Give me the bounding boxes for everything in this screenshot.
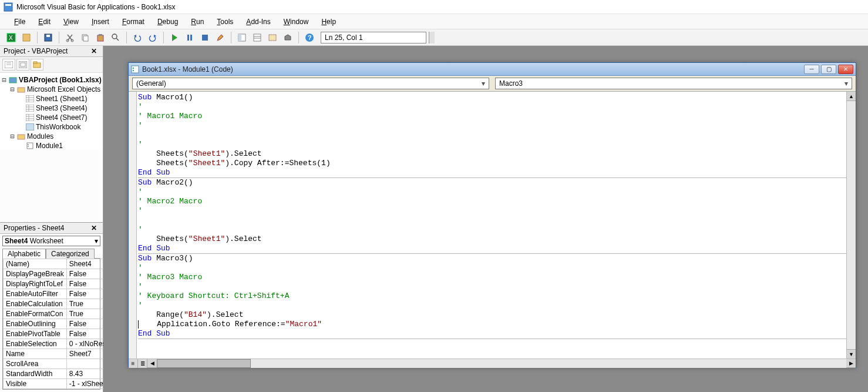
full-module-view-button[interactable]: ≣	[138, 359, 147, 368]
svg-rect-33	[9, 78, 16, 83]
menu-debug[interactable]: Debug	[152, 16, 184, 28]
position-dropdown[interactable]	[429, 32, 435, 43]
svg-rect-10	[83, 36, 88, 41]
scroll-down-icon[interactable]: ▼	[847, 349, 856, 359]
view-excel-button[interactable]: X	[5, 31, 18, 44]
svg-rect-4	[23, 34, 30, 41]
menu-run[interactable]: Run	[185, 16, 210, 28]
svg-point-13	[112, 34, 117, 39]
menu-window[interactable]: Window	[278, 16, 315, 28]
code-window-title: Book1.xlsx - Module1 (Code)	[142, 65, 233, 73]
find-button[interactable]	[109, 31, 122, 44]
menu-edit[interactable]: Edit	[32, 16, 56, 28]
horizontal-scrollbar[interactable]: ◀ ▶	[147, 359, 856, 368]
svg-rect-23	[269, 35, 276, 41]
vertical-scrollbar[interactable]: ▲ ▼	[846, 92, 856, 359]
save-button[interactable]	[42, 31, 55, 44]
svg-rect-15	[187, 35, 189, 41]
toggle-folders-button[interactable]	[31, 59, 43, 71]
menu-format[interactable]: Format	[116, 16, 150, 28]
break-button[interactable]	[183, 31, 196, 44]
project-panel-close-icon[interactable]: ✕	[89, 47, 99, 55]
toolbox-button[interactable]	[281, 31, 294, 44]
svg-rect-34	[18, 88, 25, 92]
menu-tools[interactable]: Tools	[211, 16, 239, 28]
undo-button[interactable]	[131, 31, 144, 44]
cut-button[interactable]	[63, 31, 76, 44]
procedure-view-button[interactable]: ≡	[129, 359, 138, 368]
separator	[163, 32, 164, 43]
svg-rect-43	[26, 114, 34, 121]
project-tree[interactable]: ⊟VBAProject (Book1.xlsx) ⊟Microsoft Exce…	[0, 73, 103, 150]
app-icon	[4, 2, 13, 12]
reset-button[interactable]	[199, 31, 211, 44]
run-button[interactable]	[168, 31, 181, 44]
procedure-dropdown[interactable]: Macro3▾	[495, 78, 852, 89]
properties-grid[interactable]: (Name)Sheet4DisplayPageBreakFalseDisplay…	[2, 258, 100, 390]
menu-view[interactable]: View	[58, 16, 85, 28]
svg-rect-53	[132, 66, 139, 73]
separator	[59, 32, 59, 43]
module-item[interactable]: Module1	[1, 141, 102, 150]
tab-categorized[interactable]: Categorized	[46, 249, 95, 259]
properties-panel-close-icon[interactable]: ✕	[89, 224, 99, 232]
code-editor[interactable]: Sub Macro1()'' Macro1 Macro' ' Sheets("S…	[137, 92, 846, 359]
code-window-titlebar[interactable]: Book1.xlsx - Module1 (Code) ─ ▢ ✕	[129, 63, 856, 76]
insert-button[interactable]	[20, 31, 33, 44]
svg-rect-17	[202, 35, 208, 41]
properties-panel-title: Properties - Sheet4 ✕	[0, 223, 103, 234]
maximize-button[interactable]: ▢	[821, 65, 836, 74]
properties-window-button[interactable]	[251, 31, 264, 44]
cursor-position: Ln 25, Col 1	[321, 32, 426, 43]
svg-rect-12	[99, 34, 102, 36]
toolbar: X ? Ln 25, Col 1	[0, 29, 868, 46]
svg-rect-48	[18, 135, 25, 139]
tab-alphabetic[interactable]: Alphabetic	[2, 249, 46, 259]
design-mode-button[interactable]	[214, 31, 227, 44]
separator	[298, 32, 299, 43]
svg-text:X: X	[9, 35, 13, 41]
project-explorer-button[interactable]	[235, 31, 248, 44]
separator	[231, 32, 231, 43]
scroll-left-icon[interactable]: ◀	[147, 359, 157, 368]
folder-modules[interactable]: ⊟Modules	[1, 132, 102, 141]
menubar: FileEditViewInsertFormatDebugRunToolsAdd…	[0, 14, 868, 29]
svg-point-54	[133, 67, 134, 68]
folder-excel-objects[interactable]: ⊟Microsoft Excel Objects	[1, 85, 102, 94]
object-dropdown[interactable]: (General)▾	[132, 78, 489, 89]
svg-rect-35	[26, 95, 34, 102]
paste-button[interactable]	[94, 31, 107, 44]
scroll-right-icon[interactable]: ▶	[846, 359, 856, 368]
svg-point-51	[28, 146, 29, 147]
help-button[interactable]: ?	[303, 31, 316, 44]
svg-rect-11	[97, 35, 103, 41]
svg-rect-49	[27, 143, 33, 149]
menu-addins[interactable]: Add-Ins	[240, 16, 276, 28]
menu-file[interactable]: File	[8, 16, 31, 28]
close-button[interactable]: ✕	[838, 65, 853, 74]
view-code-button[interactable]	[2, 59, 15, 71]
code-margin[interactable]	[129, 92, 137, 359]
svg-rect-6	[46, 35, 50, 37]
object-browser-button[interactable]	[266, 31, 279, 44]
sheet-item[interactable]: Sheet4 (Sheet7)	[1, 113, 102, 122]
svg-rect-32	[33, 62, 37, 63]
redo-button[interactable]	[146, 31, 159, 44]
mdi-client-area: Book1.xlsx - Module1 (Code) ─ ▢ ✕ (Gener…	[103, 46, 868, 392]
scroll-thumb[interactable]	[157, 359, 251, 368]
svg-text:?: ?	[308, 34, 312, 41]
svg-point-50	[28, 144, 29, 145]
svg-rect-20	[254, 34, 261, 41]
properties-object-selector[interactable]: Sheet4 Worksheet▾	[2, 236, 100, 246]
minimize-button[interactable]: ─	[804, 65, 819, 74]
svg-rect-19	[238, 34, 241, 41]
menu-insert[interactable]: Insert	[86, 16, 115, 28]
sheet-item[interactable]: Sheet3 (Sheet4)	[1, 103, 102, 113]
view-object-button[interactable]	[16, 59, 29, 71]
project-root[interactable]: ⊟VBAProject (Book1.xlsx)	[1, 75, 102, 85]
copy-button[interactable]	[79, 31, 92, 44]
scroll-up-icon[interactable]: ▲	[847, 92, 856, 101]
sheet-item[interactable]: Sheet1 (Sheet1)	[1, 94, 102, 103]
menu-help[interactable]: Help	[315, 16, 342, 28]
thisworkbook-item[interactable]: ThisWorkbook	[1, 122, 102, 132]
